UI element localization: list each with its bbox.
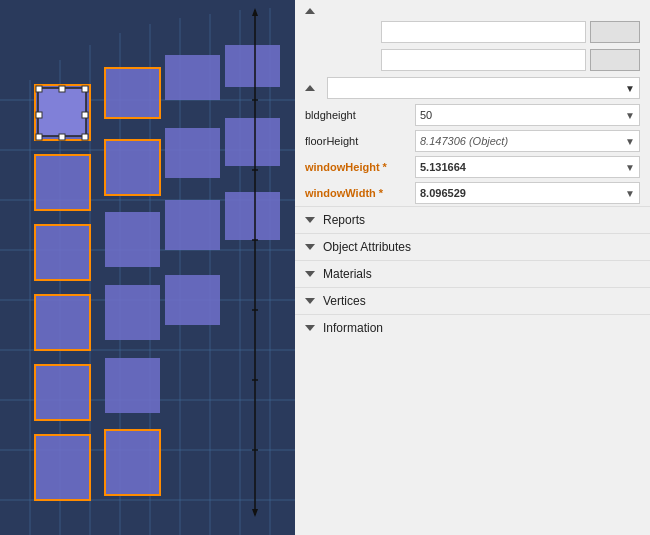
attr-row: windowHeight *5.131664▼ — [295, 154, 650, 180]
section-label-0: Reports — [323, 213, 365, 227]
section-chevron-icon-4 — [305, 325, 315, 331]
3d-viewport[interactable] — [0, 0, 295, 535]
section-chevron-icon-0 — [305, 217, 315, 223]
svg-rect-24 — [105, 140, 160, 195]
select-button[interactable] — [590, 49, 640, 71]
svg-rect-28 — [105, 212, 160, 267]
attr-name-1: floorHeight — [305, 135, 415, 147]
collapsible-section-3: Vertices — [295, 287, 650, 314]
svg-rect-48 — [36, 86, 42, 92]
attr-row: bldgheight50▼ — [295, 102, 650, 128]
svg-rect-51 — [36, 112, 42, 118]
section-chevron-icon-3 — [305, 298, 315, 304]
svg-rect-30 — [225, 192, 280, 240]
attr-name-2: windowHeight * — [305, 161, 415, 173]
section-chevron-icon-2 — [305, 271, 315, 277]
collapsible-header-1[interactable]: Object Attributes — [295, 234, 650, 260]
attr-dropdown-icon-1[interactable]: ▼ — [625, 136, 635, 147]
svg-rect-36 — [35, 435, 90, 500]
svg-rect-25 — [165, 128, 220, 178]
svg-rect-23 — [35, 155, 90, 210]
attr-dropdown-icon-0[interactable]: ▼ — [625, 110, 635, 121]
attr-dropdown-icon-3[interactable]: ▼ — [625, 188, 635, 199]
svg-rect-37 — [105, 430, 160, 495]
section-label-1: Object Attributes — [323, 240, 411, 254]
svg-rect-53 — [36, 134, 42, 140]
collapsible-header-3[interactable]: Vertices — [295, 288, 650, 314]
start-rule-value[interactable] — [381, 49, 586, 71]
right-panel: ▼ bldgheight50▼floorHeight8.147306 (Obje… — [295, 0, 650, 535]
collapsible-header-0[interactable]: Reports — [295, 207, 650, 233]
svg-rect-26 — [225, 118, 280, 166]
attr-value-wrap-1[interactable]: 8.147306 (Object)▼ — [415, 130, 640, 152]
attr-value-wrap-0[interactable]: 50▼ — [415, 104, 640, 126]
attr-name-0: bldgheight — [305, 109, 415, 121]
svg-rect-52 — [82, 112, 88, 118]
svg-rect-33 — [165, 275, 220, 325]
rule-file-value[interactable] — [381, 21, 586, 43]
attribute-rows: bldgheight50▼floorHeight8.147306 (Object… — [295, 102, 650, 206]
svg-rect-27 — [35, 225, 90, 280]
style-chevron-icon — [305, 85, 315, 91]
collapsible-header-4[interactable]: Information — [295, 315, 650, 341]
collapsible-section-0: Reports — [295, 206, 650, 233]
attr-value-1: 8.147306 (Object) — [420, 135, 508, 147]
collapsible-section-2: Materials — [295, 260, 650, 287]
svg-rect-54 — [59, 134, 65, 140]
collapsible-sections: ReportsObject AttributesMaterialsVertice… — [295, 206, 650, 341]
style-row: ▼ — [295, 74, 650, 102]
attr-value-2: 5.131664 — [420, 161, 466, 173]
collapsible-section-1: Object Attributes — [295, 233, 650, 260]
svg-rect-34 — [35, 365, 90, 420]
attr-value-wrap-2[interactable]: 5.131664▼ — [415, 156, 640, 178]
svg-rect-20 — [105, 68, 160, 118]
section-label-2: Materials — [323, 267, 372, 281]
svg-rect-22 — [225, 45, 280, 87]
collapsible-section-4: Information — [295, 314, 650, 341]
section-label-4: Information — [323, 321, 383, 335]
section-label-3: Vertices — [323, 294, 366, 308]
svg-rect-50 — [82, 86, 88, 92]
svg-rect-55 — [82, 134, 88, 140]
svg-rect-47 — [38, 88, 86, 136]
svg-rect-49 — [59, 86, 65, 92]
style-dropdown[interactable]: ▼ — [327, 77, 640, 99]
attr-row: floorHeight8.147306 (Object)▼ — [295, 128, 650, 154]
collapsible-header-2[interactable]: Materials — [295, 261, 650, 287]
section-chevron-icon-1 — [305, 244, 315, 250]
attr-row: windowWidth *8.096529▼ — [295, 180, 650, 206]
attr-value-3: 8.096529 — [420, 187, 466, 199]
attr-value-0: 50 — [420, 109, 432, 121]
svg-rect-21 — [165, 55, 220, 100]
rules-chevron-icon — [305, 8, 315, 14]
attr-name-3: windowWidth * — [305, 187, 415, 199]
svg-rect-32 — [105, 285, 160, 340]
svg-rect-31 — [35, 295, 90, 350]
svg-rect-35 — [105, 358, 160, 413]
assign-button[interactable] — [590, 21, 640, 43]
rules-section-header — [295, 0, 650, 18]
start-rule-row — [295, 46, 650, 74]
rule-file-row — [295, 18, 650, 46]
svg-rect-29 — [165, 200, 220, 250]
style-dropdown-arrow-icon: ▼ — [625, 83, 635, 94]
attr-dropdown-icon-2[interactable]: ▼ — [625, 162, 635, 173]
attr-value-wrap-3[interactable]: 8.096529▼ — [415, 182, 640, 204]
